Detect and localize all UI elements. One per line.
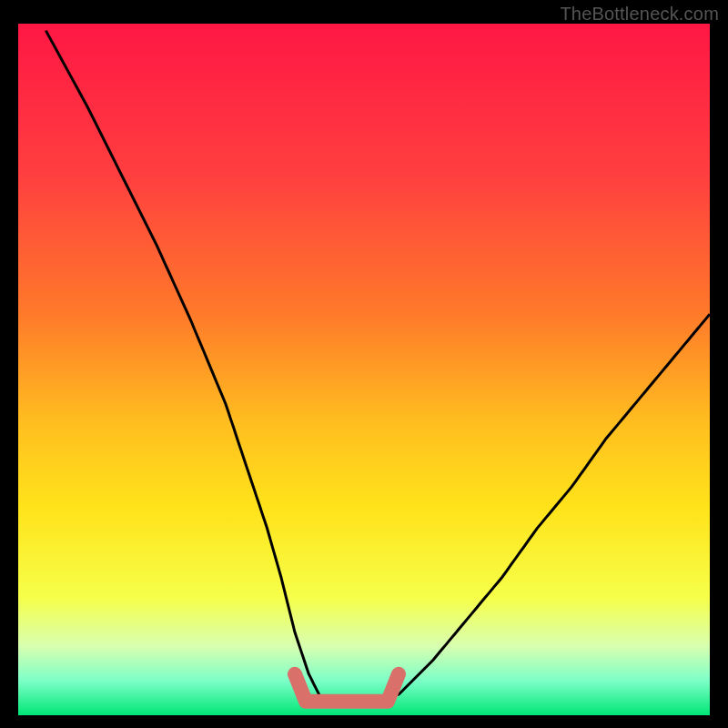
- gradient-background: [18, 24, 710, 715]
- chart-frame: TheBottleneck.com: [0, 0, 728, 728]
- watermark-text: TheBottleneck.com: [560, 4, 719, 25]
- plot-area: [18, 24, 710, 715]
- bottleneck-chart: [18, 24, 710, 715]
